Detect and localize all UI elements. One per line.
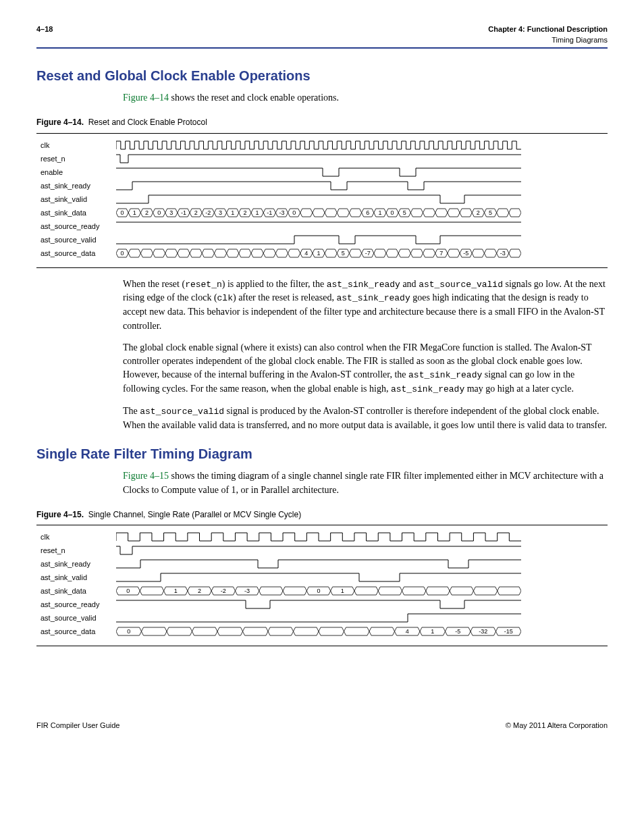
signal-label: ast_sink_ready: [36, 181, 116, 192]
svg-text:-5: -5: [455, 628, 460, 635]
signal-label: ast_sink_data: [36, 208, 116, 219]
signal-row-ast_source_ready: ast_source_ready: [36, 220, 608, 234]
figure-ref-14: Figure 4–14: [123, 93, 169, 103]
signal-label: clk: [36, 532, 116, 543]
signal-label: ast_source_valid: [36, 235, 116, 246]
svg-text:2: 2: [477, 209, 480, 216]
signal-wave: [116, 559, 608, 570]
signal-row-ast_source_valid: ast_source_valid: [36, 234, 608, 247]
signal-label: ast_sink_valid: [36, 194, 116, 205]
signal-wave: [116, 613, 608, 624]
svg-text:5: 5: [342, 250, 345, 257]
signal-wave: 01203-12-23121-1-30610525: [116, 208, 608, 219]
signal-wave: [116, 573, 608, 583]
signal-label: ast_sink_data: [36, 586, 116, 597]
svg-text:0: 0: [121, 250, 124, 257]
signal-row-ast_source_ready: ast_source_ready: [36, 598, 608, 612]
signal-row-ast_source_data: ast_source_data041-5-32-15: [36, 625, 608, 639]
signal-row-ast_sink_ready: ast_sink_ready: [36, 180, 608, 193]
signal-label: ast_source_valid: [36, 613, 116, 624]
svg-text:1: 1: [231, 209, 234, 216]
signal-row-ast_sink_data: ast_sink_data012-2-301: [36, 585, 608, 598]
figure-ref-15: Figure 4–15: [123, 471, 169, 481]
svg-text:-2: -2: [221, 588, 226, 594]
section-name: Timing Diagrams: [488, 35, 608, 46]
signal-row-ast_source_data: ast_source_data0415-77-5-3: [36, 247, 608, 261]
signal-row-ast_sink_ready: ast_sink_ready: [36, 558, 608, 571]
svg-text:3: 3: [169, 209, 173, 216]
paragraph-2: The global clock enable signal (where it…: [123, 341, 608, 396]
svg-text:2: 2: [243, 209, 246, 216]
signal-label: ast_source_ready: [36, 221, 116, 232]
svg-text:0: 0: [391, 209, 394, 216]
signal-label: clk: [36, 140, 116, 151]
signal-row-reset_n: reset_n: [36, 544, 608, 558]
svg-text:0: 0: [126, 588, 130, 594]
intro-text-1: Figure 4–14 shows the reset and clock en…: [123, 91, 608, 105]
signal-wave: 012-2-301: [116, 586, 608, 597]
svg-text:2: 2: [194, 209, 198, 216]
signal-label: ast_sink_valid: [36, 573, 116, 583]
signal-wave: 041-5-32-15: [116, 627, 608, 637]
page-footer: FIR Compiler User Guide © May 2011 Alter…: [36, 721, 608, 731]
svg-text:0: 0: [157, 209, 161, 216]
signal-row-ast_source_valid: ast_source_valid: [36, 612, 608, 625]
page-number: 4–18: [36, 24, 53, 46]
signal-label: ast_sink_ready: [36, 559, 116, 570]
svg-text:1: 1: [341, 588, 344, 594]
svg-text:-1: -1: [181, 209, 186, 216]
signal-row-enable: enable: [36, 166, 608, 180]
svg-text:-15: -15: [504, 628, 513, 635]
section-heading-reset: Reset and Global Clock Enable Operations: [36, 66, 608, 86]
svg-text:7: 7: [439, 250, 443, 257]
svg-text:4: 4: [304, 250, 308, 257]
svg-text:1: 1: [378, 209, 381, 216]
signal-wave: [116, 600, 608, 610]
svg-text:-3: -3: [500, 250, 506, 257]
figure-15-caption: Figure 4–15. Single Channel, Single Rate…: [36, 509, 608, 521]
signal-label: ast_source_data: [36, 249, 116, 259]
svg-text:-32: -32: [479, 628, 487, 635]
svg-text:0: 0: [317, 588, 320, 594]
svg-text:6: 6: [366, 209, 369, 216]
svg-text:5: 5: [403, 209, 406, 216]
footer-right: © May 2011 Altera Corporation: [506, 721, 608, 731]
svg-text:1: 1: [317, 250, 320, 257]
section-heading-single-rate: Single Rate Filter Timing Diagram: [36, 444, 608, 464]
signal-wave: [116, 167, 608, 178]
signal-wave: [116, 221, 608, 232]
signal-row-ast_sink_data: ast_sink_data01203-12-23121-1-30610525: [36, 207, 608, 220]
intro-text-2: Figure 4–15 shows the timing diagram of …: [123, 469, 608, 497]
signal-wave: [116, 532, 608, 543]
svg-text:-7: -7: [365, 250, 371, 257]
svg-text:3: 3: [219, 209, 222, 216]
svg-text:1: 1: [133, 209, 136, 216]
footer-left: FIR Compiler User Guide: [36, 721, 119, 731]
svg-text:4: 4: [406, 628, 409, 635]
signal-wave: [116, 140, 608, 151]
signal-label: reset_n: [36, 154, 116, 165]
signal-wave: [116, 235, 608, 246]
svg-text:-3: -3: [244, 588, 250, 594]
svg-text:0: 0: [127, 628, 130, 635]
signal-wave: [116, 181, 608, 192]
signal-wave: [116, 154, 608, 165]
signal-wave: [116, 546, 608, 556]
signal-row-ast_sink_valid: ast_sink_valid: [36, 571, 608, 585]
chapter-title: Chapter 4: Functional Description: [488, 24, 608, 35]
header-rule: [36, 47, 608, 49]
svg-text:1: 1: [174, 588, 178, 594]
svg-text:-5: -5: [463, 250, 468, 257]
signal-label: enable: [36, 167, 116, 178]
signal-label: reset_n: [36, 546, 116, 556]
svg-text:-2: -2: [205, 209, 211, 216]
paragraph-3: The ast_source_valid signal is produced …: [123, 405, 608, 432]
signal-row-reset_n: reset_n: [36, 153, 608, 166]
paragraph-1: When the reset (reset_n) is applied to t…: [123, 278, 608, 333]
svg-text:-3: -3: [279, 209, 284, 216]
svg-text:1: 1: [431, 628, 434, 635]
svg-text:2: 2: [145, 209, 149, 216]
signal-wave: 0415-77-5-3: [116, 249, 608, 259]
svg-text:1: 1: [256, 209, 259, 216]
signal-row-ast_sink_valid: ast_sink_valid: [36, 193, 608, 207]
